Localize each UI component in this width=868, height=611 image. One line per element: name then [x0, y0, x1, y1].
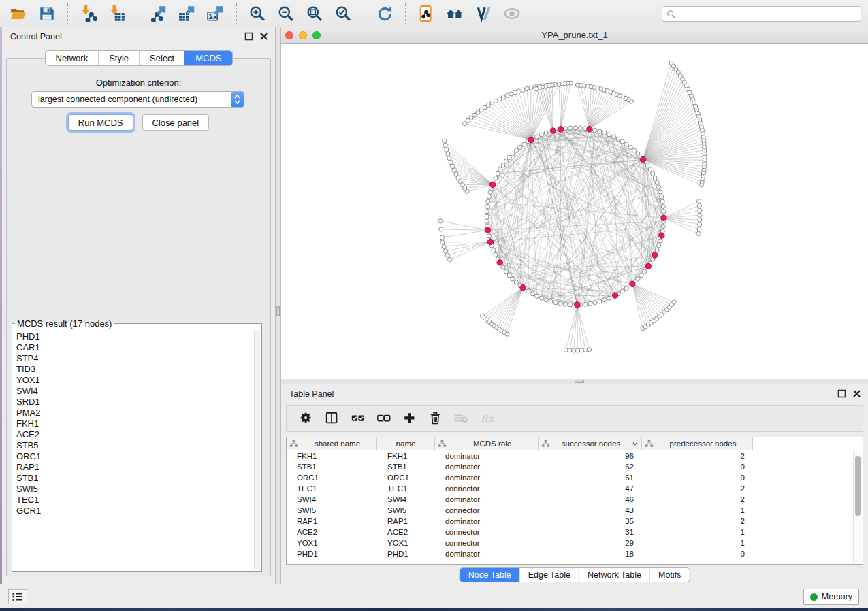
share-document-icon[interactable] [417, 4, 436, 23]
column-header-MCDS-role[interactable]: MCDS role [435, 437, 539, 450]
result-node-item[interactable]: STB1 [16, 473, 254, 484]
open-file-icon[interactable] [9, 4, 28, 23]
cell-mcds_role: connector [435, 538, 539, 548]
result-node-item[interactable]: CAR1 [16, 342, 254, 353]
mcds-result-title: MCDS result (17 nodes) [15, 318, 114, 329]
table-scrollbar[interactable] [853, 451, 862, 563]
import-network-icon[interactable] [79, 4, 98, 23]
eye-icon[interactable] [502, 4, 521, 23]
run-mcds-button[interactable]: Run MCDS [68, 114, 133, 131]
show-columns-icon[interactable] [322, 410, 342, 427]
splitter-grip[interactable] [575, 380, 584, 383]
import-table-icon[interactable] [108, 4, 127, 23]
result-node-item[interactable]: FKH1 [16, 418, 254, 429]
export-network-icon[interactable] [149, 4, 168, 23]
tab-node-table[interactable]: Node Table [460, 568, 519, 582]
close-icon[interactable] [259, 32, 268, 41]
list-icon [12, 592, 23, 601]
table-row[interactable]: RAP1RAP1dominator352 [287, 516, 863, 527]
network-canvas[interactable] [281, 44, 868, 379]
tab-network[interactable]: Network [45, 51, 98, 65]
result-list-scrollbar[interactable] [254, 330, 260, 569]
vizmapper-icon[interactable] [474, 4, 493, 23]
tab-select[interactable]: Select [139, 51, 184, 65]
refresh-layout-icon[interactable] [375, 4, 394, 23]
cell-name: TEC1 [377, 483, 435, 494]
table-row[interactable]: YOX1YOX1connector291 [287, 538, 863, 548]
select-all-icon[interactable] [348, 410, 368, 427]
result-node-item[interactable]: STP4 [16, 353, 254, 364]
window-close-icon[interactable] [285, 31, 293, 39]
add-row-icon[interactable] [400, 410, 420, 427]
column-header-predecessor-nodes[interactable]: predecessor nodes [642, 437, 753, 450]
scrollbar-thumb[interactable] [855, 456, 861, 516]
criterion-select[interactable]: largest connected component (undirected) [31, 91, 244, 108]
table-row[interactable]: SWI5SWI5connector431 [287, 505, 863, 516]
cell-name: FKH1 [377, 450, 435, 461]
table-row[interactable]: PHD1PHD1dominator180 [287, 548, 863, 559]
column-header-successor-nodes[interactable]: successor nodes [539, 437, 642, 450]
result-node-item[interactable]: SWI5 [16, 484, 254, 495]
deselect-all-icon[interactable] [374, 410, 394, 427]
result-node-item[interactable]: SWI4 [16, 386, 254, 397]
column-header-name[interactable]: name [377, 437, 435, 450]
window-minimize-icon[interactable] [299, 31, 307, 39]
toolbar-separator [405, 3, 406, 24]
tab-edge-table[interactable]: Edge Table [519, 568, 579, 582]
table-row[interactable]: TEC1TEC1connector472 [287, 483, 863, 494]
result-node-item[interactable]: STB5 [16, 440, 254, 451]
result-node-item[interactable]: RAP1 [16, 462, 254, 473]
zoom-selected-icon[interactable] [334, 4, 353, 23]
export-table-icon[interactable] [178, 4, 197, 23]
float-icon[interactable] [244, 32, 253, 41]
cell-predecessor_nodes: 0 [642, 548, 753, 559]
result-node-item[interactable]: PMA2 [16, 408, 254, 418]
memory-button[interactable]: Memory [803, 589, 859, 605]
tab-style[interactable]: Style [98, 51, 139, 65]
zoom-in-icon[interactable] [248, 4, 267, 23]
column-header-shared-name[interactable]: shared name [287, 437, 377, 450]
window-controls [285, 31, 321, 39]
search-box[interactable] [662, 6, 861, 22]
export-image-icon[interactable] [206, 4, 225, 23]
table-panel-tabs: Node TableEdge TableNetwork TableMotifs [460, 567, 690, 582]
task-history-button[interactable] [8, 589, 27, 604]
result-node-item[interactable]: TEC1 [16, 495, 254, 506]
panel-splitter-horizontal[interactable] [281, 379, 868, 384]
session-home-icon[interactable] [445, 4, 464, 23]
float-icon[interactable] [837, 389, 846, 398]
close-panel-button[interactable]: Close panel [142, 114, 210, 131]
save-session-icon[interactable] [37, 4, 57, 23]
tab-motifs[interactable]: Motifs [649, 568, 689, 582]
result-node-item[interactable]: PHD1 [16, 331, 254, 342]
table-row[interactable]: ORC1ORC1dominator610 [287, 472, 863, 483]
optimization-criterion-label: Optimization criterion: [7, 78, 270, 88]
table-row[interactable]: FKH1FKH1dominator962 [287, 450, 863, 461]
table-row[interactable]: SWI4SWI4dominator462 [287, 494, 863, 505]
table-row[interactable]: ACE2ACE2connector311 [287, 527, 863, 538]
settings-gear-icon[interactable] [296, 410, 317, 427]
tab-network-table[interactable]: Network Table [579, 568, 649, 582]
table-panel-title: Table Panel [289, 389, 334, 399]
close-icon[interactable] [852, 389, 861, 398]
result-node-item[interactable]: YOX1 [16, 375, 254, 386]
cell-shared_name: FKH1 [287, 450, 377, 461]
result-node-item[interactable]: SRD1 [16, 397, 254, 408]
search-input[interactable] [676, 10, 861, 19]
delete-row-icon[interactable] [425, 410, 446, 427]
table-row[interactable]: STB1STB1dominator620 [287, 461, 863, 472]
splitter-grip[interactable] [276, 306, 280, 316]
result-node-item[interactable]: ACE2 [16, 429, 254, 440]
result-node-item[interactable]: GCR1 [16, 506, 254, 516]
result-node-item[interactable]: ORC1 [16, 451, 254, 462]
tab-mcds[interactable]: MCDS [184, 51, 231, 65]
zoom-fit-icon[interactable] [305, 4, 324, 23]
network-window-titlebar: YPA_prune.txt_1 [281, 27, 868, 44]
cell-shared_name: PHD1 [287, 548, 377, 559]
result-node-item[interactable]: TID3 [16, 364, 254, 375]
zoom-out-icon[interactable] [276, 4, 295, 23]
window-zoom-icon[interactable] [312, 31, 321, 39]
cell-predecessor_nodes: 1 [642, 505, 753, 516]
panel-splitter-vertical[interactable] [275, 27, 281, 584]
toolbar-separator [67, 3, 68, 24]
